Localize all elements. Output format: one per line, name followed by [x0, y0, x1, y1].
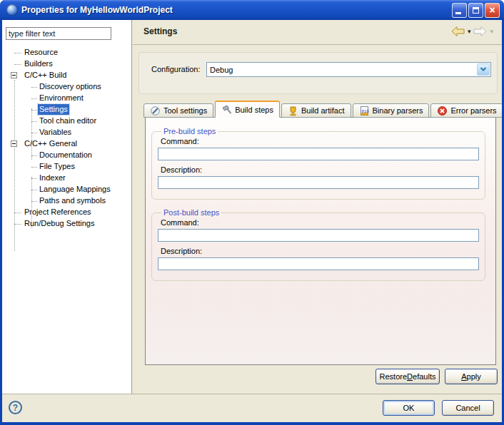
apply-button[interactable]: Apply [445, 369, 498, 384]
sidebar: Resource Builders C/C++ Build Discovery … [2, 20, 132, 394]
tree-item-paths-and-symbols[interactable]: Paths and symbols [2, 195, 131, 207]
pre-description-input[interactable] [158, 176, 479, 189]
build-steps-icon [221, 104, 232, 115]
tree-item-builders[interactable]: Builders [2, 58, 131, 70]
cancel-button[interactable]: Cancel [442, 400, 494, 416]
tab-build-steps[interactable]: Build steps [215, 101, 280, 118]
forward-arrow-icon [473, 26, 488, 37]
tree-item-environment[interactable]: Environment [2, 93, 131, 104]
tree-item-indexer[interactable]: Indexer [2, 173, 131, 184]
tab-error-parsers[interactable]: Error parsers [430, 103, 502, 118]
pre-build-steps-group: Pre-build steps Command: Description: [151, 127, 485, 200]
pre-command-input[interactable] [158, 148, 479, 160]
tree-item-project-references[interactable]: Project References [2, 207, 131, 218]
properties-tree: Resource Builders C/C++ Build Discovery … [2, 47, 131, 230]
post-command-label: Command: [161, 218, 479, 227]
configuration-group: Configuration: Debug [138, 52, 498, 94]
history-nav: ▾ ▾ [450, 26, 493, 37]
question-icon: ? [13, 403, 18, 413]
app-sphere-icon [6, 4, 18, 16]
window-title: Properties for MyHellowWorldProject [21, 5, 450, 15]
page-title: Settings [143, 26, 177, 36]
tree-item-settings[interactable]: Settings [2, 104, 131, 116]
build-steps-panel: Pre-build steps Command: Description: Po… [145, 117, 496, 365]
tree-item-documentation[interactable]: Documentation [2, 150, 131, 161]
back-arrow-icon[interactable] [450, 26, 465, 37]
tab-tool-settings[interactable]: Tool settings [143, 103, 213, 118]
title-bar[interactable]: Properties for MyHellowWorldProject × [0, 0, 504, 20]
pre-description-label: Description: [161, 165, 479, 174]
maximize-button[interactable] [468, 3, 483, 18]
chevron-down-icon[interactable] [477, 63, 490, 76]
ok-button[interactable]: OK [383, 400, 435, 416]
post-build-steps-legend: Post-build steps [161, 208, 221, 217]
collapse-icon[interactable] [11, 140, 17, 147]
error-parsers-icon [437, 106, 448, 116]
tab-build-artifact[interactable]: Build artifact [281, 103, 351, 118]
configuration-combobox[interactable]: Debug [206, 62, 491, 77]
configuration-label: Configuration: [151, 65, 201, 73]
tree-item-variables[interactable]: Variables [2, 127, 131, 138]
tree-item-ccpp-build[interactable]: C/C++ Build [2, 70, 131, 81]
post-description-label: Description: [161, 247, 479, 255]
minimize-button[interactable] [452, 3, 467, 18]
build-artifact-icon [288, 106, 298, 116]
dialog-button-bar: ? OK Cancel [2, 394, 502, 422]
pre-command-label: Command: [161, 137, 479, 145]
properties-dialog: Properties for MyHellowWorldProject × Re… [0, 0, 504, 425]
svg-text:010: 010 [361, 108, 368, 113]
tree-item-language-mappings[interactable]: Language Mappings [2, 184, 131, 195]
help-button[interactable]: ? [9, 401, 22, 414]
binary-parsers-icon: 010 [359, 106, 370, 116]
maximize-icon [473, 7, 479, 14]
tree-item-run-debug-settings[interactable]: Run/Debug Settings [2, 218, 131, 230]
tab-binary-parsers[interactable]: 010 Binary parsers [353, 103, 430, 118]
tree-item-ccpp-general[interactable]: C/C++ General [2, 138, 131, 150]
configuration-value: Debug [207, 66, 476, 74]
collapse-icon[interactable] [11, 72, 17, 78]
back-menu-icon[interactable]: ▾ [468, 29, 471, 35]
tree-item-file-types[interactable]: File Types [2, 161, 131, 173]
tree-item-resource[interactable]: Resource [2, 47, 131, 58]
header-separator [133, 44, 502, 45]
tool-settings-icon [150, 106, 161, 116]
post-build-steps-group: Post-build steps Command: Description: [151, 208, 485, 281]
forward-menu-icon: ▾ [490, 29, 493, 35]
pre-build-steps-legend: Pre-build steps [161, 127, 218, 135]
close-icon: × [489, 5, 495, 15]
minimize-icon [455, 12, 461, 14]
post-description-input[interactable] [158, 257, 479, 270]
filter-input[interactable] [6, 27, 111, 40]
post-command-input[interactable] [158, 229, 479, 242]
tree-item-tool-chain-editor[interactable]: Tool chain editor [2, 116, 131, 127]
tree-item-discovery-options[interactable]: Discovery options [2, 81, 131, 93]
restore-defaults-button[interactable]: Restore Defaults [376, 369, 440, 384]
dialog-client-area: Resource Builders C/C++ Build Discovery … [2, 20, 502, 422]
close-button[interactable]: × [485, 3, 500, 18]
settings-tabs: Tool settings Build steps Build art [143, 101, 502, 118]
settings-pane: Settings ▾ ▾ Configuration: Debug [133, 20, 502, 394]
